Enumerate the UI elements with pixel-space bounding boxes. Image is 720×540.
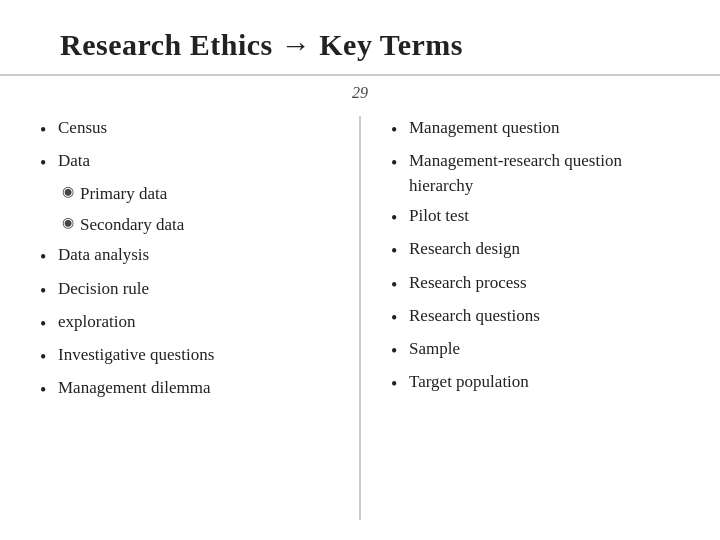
bullet-icon: • xyxy=(391,238,403,264)
item-label: Secondary data xyxy=(80,213,184,238)
column-divider xyxy=(359,116,361,520)
list-item: • Data analysis xyxy=(40,243,329,270)
bullet-icon: • xyxy=(391,305,403,331)
subtitle-text: Key Terms xyxy=(319,28,463,61)
item-label: Management-research question hierarchy xyxy=(409,149,680,198)
bullet-icon: • xyxy=(391,205,403,231)
bullet-icon: • xyxy=(40,344,52,370)
item-label: Research design xyxy=(409,237,520,262)
bullet-icon: • xyxy=(40,117,52,143)
item-label: Research process xyxy=(409,271,527,296)
list-item: • Data xyxy=(40,149,329,176)
bullet-icon: • xyxy=(391,272,403,298)
list-item: • Research questions xyxy=(391,304,680,331)
slide-header: Research Ethics → Key Terms xyxy=(0,0,720,76)
bullet-icon: • xyxy=(40,377,52,403)
arrow-icon: → xyxy=(281,28,312,61)
list-item: • Pilot test xyxy=(391,204,680,231)
right-list: • Management question • Management-resea… xyxy=(391,116,680,403)
list-item-sub: ◉ Secondary data xyxy=(62,213,329,238)
sub-bullet-icon: ◉ xyxy=(62,182,74,202)
item-label: Data analysis xyxy=(58,243,149,268)
item-label: exploration xyxy=(58,310,135,335)
left-list: • Census • Data ◉ Primary data ◉ Seconda… xyxy=(40,116,329,409)
bullet-icon: • xyxy=(40,244,52,270)
item-label: Primary data xyxy=(80,182,167,207)
list-item: • Decision rule xyxy=(40,277,329,304)
left-column: • Census • Data ◉ Primary data ◉ Seconda… xyxy=(40,116,329,520)
list-item: • Research process xyxy=(391,271,680,298)
item-label: Management dilemma xyxy=(58,376,210,401)
title-text: Research Ethics xyxy=(60,28,273,61)
item-label: Management question xyxy=(409,116,560,141)
list-item: • Investigative questions xyxy=(40,343,329,370)
bullet-icon: • xyxy=(40,311,52,337)
item-label: Census xyxy=(58,116,107,141)
list-item: • exploration xyxy=(40,310,329,337)
bullet-icon: • xyxy=(391,338,403,364)
list-item: • Management question xyxy=(391,116,680,143)
sub-bullet-icon: ◉ xyxy=(62,213,74,233)
bullet-icon: • xyxy=(391,371,403,397)
bullet-icon: • xyxy=(391,117,403,143)
item-label: Pilot test xyxy=(409,204,469,229)
bullet-icon: • xyxy=(40,150,52,176)
list-item: • Management-research question hierarchy xyxy=(391,149,680,198)
item-label: Sample xyxy=(409,337,460,362)
list-item: • Management dilemma xyxy=(40,376,329,403)
item-label: Investigative questions xyxy=(58,343,214,368)
item-label: Target population xyxy=(409,370,529,395)
list-item: • Research design xyxy=(391,237,680,264)
list-item: • Sample xyxy=(391,337,680,364)
slide: Research Ethics → Key Terms 29 • Census … xyxy=(0,0,720,540)
bullet-icon: • xyxy=(391,150,403,176)
content-area: • Census • Data ◉ Primary data ◉ Seconda… xyxy=(0,106,720,540)
item-label: Decision rule xyxy=(58,277,149,302)
list-item-sub: ◉ Primary data xyxy=(62,182,329,207)
item-label: Research questions xyxy=(409,304,540,329)
list-item: • Target population xyxy=(391,370,680,397)
bullet-icon: • xyxy=(40,278,52,304)
page-number: 29 xyxy=(352,84,368,102)
slide-title: Research Ethics → Key Terms xyxy=(60,28,660,62)
item-label: Data xyxy=(58,149,90,174)
list-item: • Census xyxy=(40,116,329,143)
page-number-row: 29 xyxy=(0,76,720,106)
right-column: • Management question • Management-resea… xyxy=(391,116,680,520)
